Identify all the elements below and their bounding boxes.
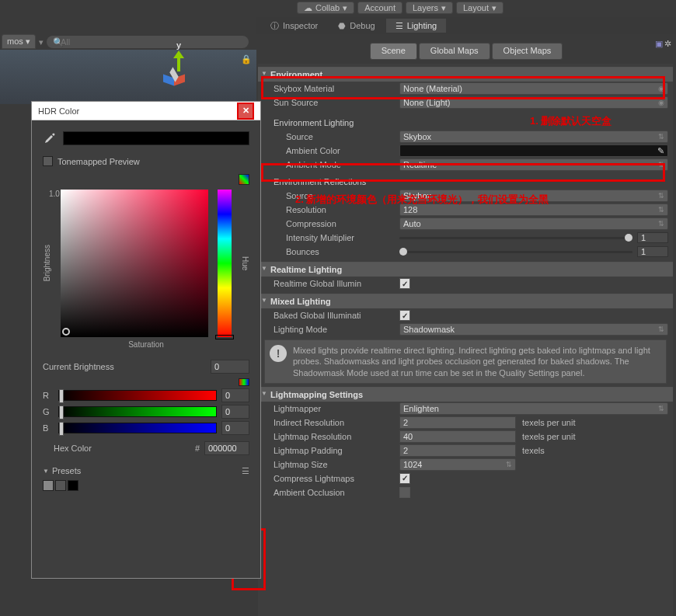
panel-tabs: ⓘInspector ⬣Debug ☰Lighting [256, 17, 676, 34]
tonemap-checkbox[interactable] [43, 156, 53, 166]
ao-checkbox[interactable] [399, 487, 410, 498]
pad-label: Lightmap Padding [263, 446, 399, 455]
eyedropper-icon[interactable] [43, 131, 57, 145]
swatch-1[interactable] [43, 480, 54, 491]
compress-checkbox[interactable]: ✓ [399, 473, 410, 484]
search-input[interactable] [47, 36, 249, 48]
account-button[interactable]: Account [357, 2, 402, 14]
section-environment[interactable]: Environment [258, 67, 673, 82]
g-value[interactable] [221, 405, 249, 419]
lmres-unit: texels per unit [522, 432, 575, 441]
sv-cursor-icon[interactable] [62, 328, 70, 336]
swatch-3[interactable] [68, 480, 78, 491]
ambient-mode-dropdown[interactable]: Realtime [399, 158, 668, 171]
indres-label: Indirect Resolution [263, 418, 399, 427]
section-mixed[interactable]: Mixed Lighting [258, 294, 673, 308]
intensity-value[interactable]: 1 [637, 232, 668, 243]
gear-icon[interactable]: ✲ [664, 39, 671, 49]
intensity-slider[interactable] [399, 237, 632, 239]
preset-menu-icon[interactable]: ☰ [242, 466, 249, 476]
source-dropdown[interactable]: Skybox [399, 131, 668, 143]
mapper-dropdown[interactable]: Enlighten [399, 402, 668, 415]
lighting-inspector: Environment Skybox MaterialNone (Materia… [258, 64, 673, 616]
bounces-value[interactable]: 1 [637, 246, 668, 257]
rgb-mode-icon[interactable] [239, 378, 249, 386]
intensity-label: Intensity Multiplier [263, 233, 399, 242]
ambient-color-label: Ambient Color [263, 146, 399, 155]
hex-input[interactable] [204, 441, 249, 455]
ao-label: Ambient Occlusion [263, 488, 399, 497]
b-label: B [43, 423, 54, 433]
env-lighting-label: Environment Lighting [263, 118, 399, 127]
section-lightmap[interactable]: Lightmapping Settings [258, 387, 673, 402]
hue-cursor-icon[interactable] [215, 335, 234, 339]
presets-header[interactable]: Presets [52, 466, 81, 475]
dropdown-icon[interactable]: ▾ [39, 37, 44, 47]
indres-input[interactable] [399, 416, 516, 429]
mapper-label: Lightmapper [263, 404, 399, 413]
hue-slider[interactable] [218, 190, 232, 337]
search-icon: 🔍 [53, 37, 64, 47]
sub-tab-global[interactable]: Global Maps [419, 43, 490, 60]
compression-dropdown[interactable]: Auto [399, 218, 668, 230]
sat-val-picker[interactable] [61, 190, 208, 337]
object-picker-icon[interactable]: ◉ [658, 85, 664, 92]
axis-y-label: y [176, 40, 181, 50]
hash-icon: # [195, 444, 200, 453]
rgi-checkbox[interactable]: ✓ [399, 278, 410, 289]
current-brightness-value[interactable] [211, 360, 249, 374]
r-value[interactable] [221, 388, 249, 402]
brightness-axis-label: Brightness [43, 245, 51, 281]
sub-tab-object[interactable]: Object Maps [492, 43, 563, 60]
env-refl-label: Environment Reflections [263, 177, 399, 186]
sun-field[interactable]: None (Light)◉ [399, 96, 668, 109]
g-slider[interactable] [58, 406, 217, 417]
annotation-1: 1. 删除默认天空盒 [530, 114, 612, 128]
object-picker-icon[interactable]: ◉ [658, 99, 664, 106]
close-button[interactable]: ✕ [237, 103, 254, 120]
lighting-sub-tabs: Scene Global Maps Object Maps [280, 43, 653, 60]
rgi-label: Realtime Global Illumin [263, 279, 399, 288]
compress-label: Compress Lightmaps [263, 474, 399, 483]
layout-button[interactable]: Layout▾ [456, 2, 504, 14]
ambient-color-field[interactable]: ✎ [399, 144, 668, 157]
hex-label: Hex Color [43, 444, 190, 453]
layers-button[interactable]: Layers▾ [406, 2, 453, 14]
tab-debug[interactable]: ⬣Debug [329, 19, 384, 33]
ambient-mode-label: Ambient Mode [263, 160, 399, 169]
swatch-2[interactable] [55, 480, 66, 491]
info-icon: ! [270, 345, 287, 362]
r-slider[interactable] [58, 390, 217, 401]
lighting-mode-dropdown[interactable]: Shadowmask [399, 323, 668, 336]
collab-button[interactable]: ☁Collab▾ [297, 2, 354, 14]
g-label: G [43, 407, 54, 416]
picker-title: HDR Color [38, 106, 79, 116]
sub-tab-scene[interactable]: Scene [370, 43, 417, 60]
lock-icon[interactable]: 🔒 [241, 54, 252, 64]
section-realtime[interactable]: Realtime Lighting [258, 262, 673, 277]
size-dropdown[interactable]: 1024 [399, 458, 516, 471]
current-color-swatch[interactable] [63, 131, 249, 145]
lighting-mode-label: Lighting Mode [263, 325, 399, 334]
skybox-label: Skybox Material [263, 84, 399, 93]
tab-inspector[interactable]: ⓘInspector [261, 19, 327, 33]
window-icon[interactable]: ▣ [655, 39, 663, 49]
eyedropper-icon[interactable]: ✎ [657, 146, 664, 156]
info-icon: ⓘ [270, 20, 279, 32]
palette-icon[interactable] [239, 174, 249, 185]
b-slider[interactable] [58, 423, 217, 433]
hdr-color-picker: HDR Color✕ Tonemapped Preview 1.0 Bright… [31, 101, 261, 579]
b-value[interactable] [221, 421, 249, 435]
help-box: !Mixed lights provide realtime direct li… [264, 339, 667, 384]
cloud-icon: ☁ [304, 3, 312, 13]
pad-input[interactable] [399, 444, 516, 457]
compression-label: Compression [263, 219, 399, 228]
bgi-checkbox[interactable]: ✓ [399, 310, 410, 321]
skybox-field[interactable]: None (Material)◉ [399, 82, 668, 95]
left-tab[interactable]: mos ▾ [2, 34, 36, 49]
bounces-slider[interactable] [399, 251, 632, 253]
lmres-input[interactable] [399, 430, 516, 443]
tab-lighting[interactable]: ☰Lighting [386, 19, 447, 33]
scene-gizmo[interactable]: y [155, 54, 202, 101]
bgi-label: Baked Global Illuminati [263, 311, 399, 320]
